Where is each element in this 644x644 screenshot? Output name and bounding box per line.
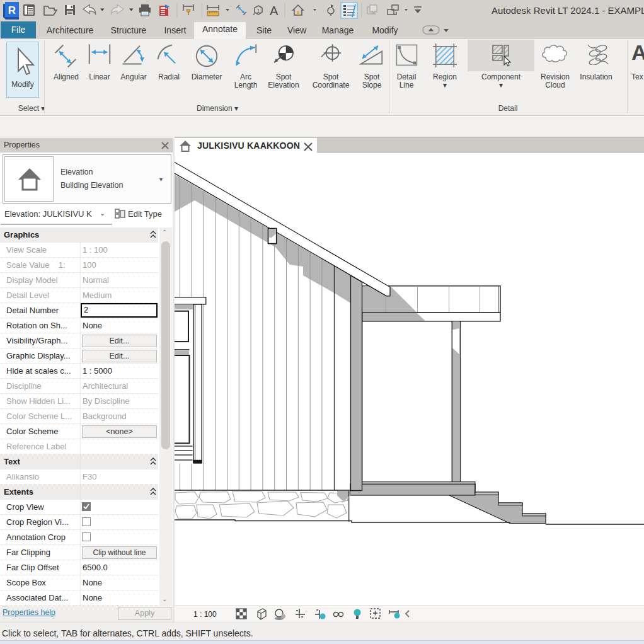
svg-text:R: R xyxy=(8,4,16,16)
svg-text:A: A xyxy=(270,4,279,18)
svg-text:1: 1 xyxy=(256,8,260,14)
